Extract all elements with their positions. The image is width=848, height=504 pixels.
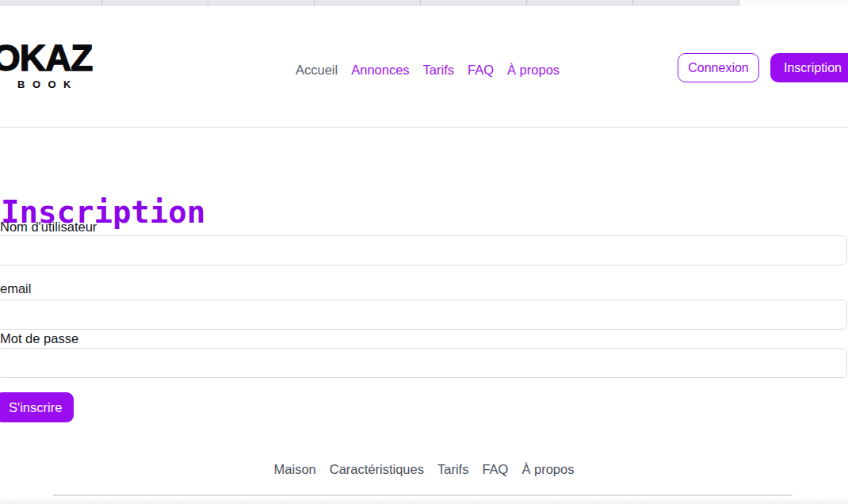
password-label: Mot de passe: [0, 331, 78, 346]
nav-link-annonces[interactable]: Annonces: [351, 63, 409, 78]
browser-tab-divider: [314, 0, 315, 6]
footer-link-a-propos[interactable]: À propos: [521, 462, 574, 477]
nav-link-tarifs[interactable]: Tarifs: [423, 63, 454, 78]
footer-link-faq[interactable]: FAQ: [482, 462, 508, 477]
footer-link-maison[interactable]: Maison: [274, 462, 316, 477]
page: OKAZ BOOK Accueil Annonces Tarifs FAQ À …: [0, 0, 848, 504]
header-divider: [0, 127, 848, 128]
footer-link-caracteristiques[interactable]: Caractéristiques: [330, 462, 424, 477]
email-label: email: [0, 281, 31, 296]
logo-subtitle: BOOK: [0, 78, 92, 90]
browser-tab-divider: [101, 0, 102, 6]
browser-tab-divider: [526, 0, 527, 6]
nav-link-a-propos[interactable]: À propos: [507, 63, 560, 78]
browser-tab-divider: [208, 0, 208, 6]
password-input[interactable]: [0, 348, 847, 378]
nav-link-accueil[interactable]: Accueil: [296, 63, 338, 78]
main-nav: Accueil Annonces Tarifs FAQ À propos: [296, 63, 560, 78]
footer-nav: Maison Caractéristiques Tarifs FAQ À pro…: [0, 462, 848, 477]
browser-tab-divider: [632, 0, 633, 6]
username-input[interactable]: [0, 235, 847, 265]
bottom-edge: [0, 496, 848, 504]
submit-button[interactable]: S'inscrire: [0, 392, 74, 422]
site-logo[interactable]: OKAZ BOOK: [0, 40, 92, 90]
browser-active-tab[interactable]: [739, 0, 848, 6]
browser-tab-divider: [420, 0, 421, 6]
username-label: Nom d'utilisateur: [0, 220, 97, 235]
email-input[interactable]: [0, 300, 847, 330]
nav-link-faq[interactable]: FAQ: [468, 63, 494, 78]
logo-wordmark: OKAZ: [0, 40, 92, 76]
browser-tab-strip[interactable]: [0, 0, 848, 6]
inscription-button[interactable]: Inscription: [770, 53, 848, 82]
footer-link-tarifs[interactable]: Tarifs: [437, 462, 468, 477]
connexion-button[interactable]: Connexion: [678, 53, 759, 82]
